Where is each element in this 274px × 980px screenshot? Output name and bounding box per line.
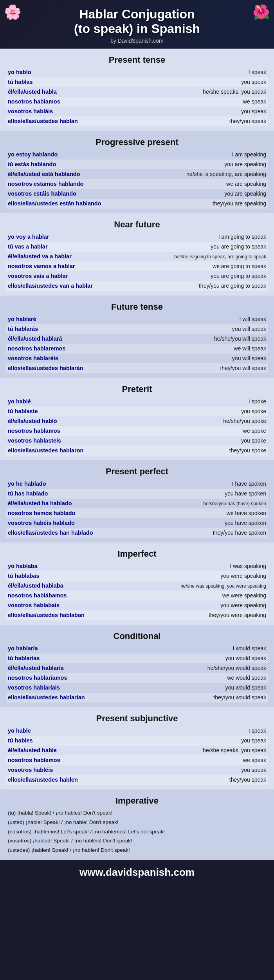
english-translation: he/she was speaking, you were speaking [110,583,266,589]
table-row: tú hablabasyou were speaking [6,571,268,581]
spanish-form: tú hables [8,737,110,745]
table-row: vosotros habléisyou speak [6,765,268,775]
table-row: ellos/ellas/ustedes hablanthey/you speak [6,116,268,126]
table-row: yo hablabaI was speaking [6,561,268,571]
english-translation: you are going to speak [110,243,266,250]
tense-title: Progressive present [6,134,268,150]
spanish-form: yo hablé [8,397,110,406]
spanish-form: yo hablaré [8,315,110,323]
english-translation: you were speaking [110,601,266,609]
english-translation: you spoke [110,407,266,415]
spanish-form: nosotros hablaríamos [8,674,110,682]
header-title: Hablar Conjugation(to speak) in Spanish [8,7,266,36]
spanish-form: ellos/ellas/ustedes hablen [8,776,110,784]
spanish-form: yo voy a hablar [8,233,110,241]
table-row: tú hablasteyou spoke [6,407,268,416]
imperative-line: (ustedes) ¡hablen! Speak! / ¡no hablen! … [6,846,268,855]
english-translation: I spoke [110,397,266,405]
english-translation: you have spoken [110,519,266,527]
english-translation: we would speak [110,674,266,682]
table-row: nosotros hablemoswe speak [6,755,268,765]
table-row: tú hablaríasyou would speak [6,653,268,663]
spanish-form: yo he hablado [8,480,110,488]
spanish-form: él/ella/usted ha hablado [8,499,110,508]
table-row: tú estás hablandoyou are speaking [6,160,268,169]
spanish-form: yo hable [8,727,110,735]
table-row: tú hablasyou speak [6,77,268,87]
table-row: yo habloI speak [6,67,268,77]
english-translation: we are speaking [110,180,266,188]
tense-title: Present perfect [6,463,268,479]
english-translation: we have spoken [110,509,266,517]
table-row: tú hablesyou speak [6,736,268,746]
table-row: ellos/ellas/ustedes hablenthey/you speak [6,775,268,785]
table-row: vosotros hablaréisyou will speak [6,354,268,363]
english-translation: we speak [110,756,266,764]
imperative-title: Imperative [6,793,268,808]
english-translation: they/you will speak [110,364,266,372]
english-translation: I will speak [110,315,266,323]
english-translation: you speak [110,737,266,744]
table-row: yo habléI spoke [6,397,268,407]
spanish-form: tú hablarás [8,325,110,333]
conjugation-content: Present tenseyo habloI speaktú hablasyou… [0,49,274,860]
english-translation: they/you spoke [110,446,266,454]
english-translation: we will speak [110,345,266,352]
spanish-form: él/ella/usted habla [8,88,110,96]
spanish-form: nosotros estamos hablando [8,180,110,188]
tense-title: Present tense [6,52,268,67]
flower-left-icon: 🌸 [4,4,22,20]
tense-section-future-tense: Future tenseyo hablaréI will speaktú hab… [0,296,274,378]
table-row: ellos/ellas/ustedes hablaríanthey/you wo… [6,693,268,702]
tense-section-progressive-present: Progressive presentyo estoy hablandoI am… [0,131,274,213]
table-row: ellos/ellas/ustedes hablaronthey/you spo… [6,446,268,456]
spanish-form: ellos/ellas/ustedes han hablado [8,529,110,537]
english-translation: he/she is speaking, are speaking [110,170,266,178]
table-row: tú has habladoyou have spoken [6,489,268,499]
table-row: yo he habladoI have spoken [6,479,268,489]
english-translation: we were speaking [110,592,266,599]
spanish-form: vosotros hablasteis [8,437,110,445]
english-translation: he/she speaks, you speak [110,746,266,754]
english-translation: they/you are speaking [110,200,266,207]
table-row: nosotros vamos a hablarwe are going to s… [6,261,268,271]
english-translation: you are going to speak [110,272,266,280]
spanish-form: él/ella/usted hablaba [8,582,110,590]
english-translation: they/you are going to speak [110,282,266,290]
spanish-form: nosotros hemos hablado [8,509,110,517]
english-translation: you will speak [110,354,266,362]
footer-text: www.davidspanish.com [4,866,270,878]
english-translation: you speak [110,107,266,115]
english-translation: you are speaking [110,160,266,168]
table-row: nosotros hemos habladowe have spoken [6,508,268,518]
spanish-form: él/ella/usted habló [8,417,110,425]
table-row: tú hablarásyou will speak [6,324,268,334]
imperative-line: (vosotros) ¡hablad! Speak! / ¡no habléis… [6,836,268,846]
footer: www.davidspanish.com [0,860,274,885]
spanish-form: vosotros habláis [8,107,110,116]
english-translation: you would speak [110,654,266,662]
table-row: él/ella/usted hablahe/she speaks, you sp… [6,87,268,97]
table-row: vosotros habéis habladoyou have spoken [6,518,268,528]
tense-section-near-future: Near futureyo voy a hablarI am going to … [0,213,274,296]
spanish-form: vosotros hablabais [8,601,110,610]
table-row: él/ella/usted hablaráhe/she/you will spe… [6,334,268,344]
table-row: él/ella/usted hablóhe/she/you spoke [6,416,268,426]
spanish-form: yo estoy hablando [8,151,110,159]
spanish-form: yo hablaría [8,644,110,653]
spanish-form: nosotros hablábamos [8,592,110,600]
table-row: nosotros estamos hablandowe are speaking [6,179,268,189]
table-row: yo hableI speak [6,726,268,736]
spanish-form: tú estás hablando [8,160,110,169]
spanish-form: vosotros habéis hablado [8,519,110,527]
english-translation: I would speak [110,644,266,652]
spanish-form: ellos/ellas/ustedes hablaron [8,446,110,455]
table-row: ellos/ellas/ustedes hablaránthey/you wil… [6,363,268,373]
english-translation: we are going to speak [110,262,266,270]
table-row: ellos/ellas/ustedes hablabanthey/you wer… [6,610,268,620]
table-row: tú vas a hablaryou are going to speak [6,242,268,252]
english-translation: you were speaking [110,572,266,580]
table-row: vosotros hablabaisyou were speaking [6,601,268,610]
table-row: vosotros hablasteisyou spoke [6,436,268,446]
table-row: él/ella/usted hablabahe/she was speaking… [6,581,268,591]
